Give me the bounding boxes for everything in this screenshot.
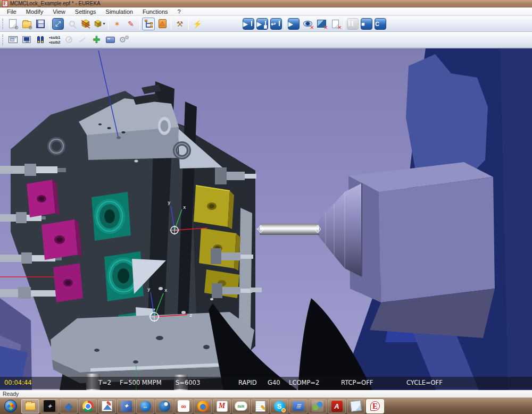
toolbar-grip[interactable] [2,19,4,29]
stop-button[interactable]: ■ [360,18,373,30]
continue-button[interactable]: C [374,18,387,30]
simulation-hud: 00:04:44 T=2 F=500 MMPM S=6003 RAPID G40… [0,377,532,389]
cube-section-icon [81,19,90,29]
move-arrows-icon: ✚ [93,34,100,45]
menu-help[interactable]: ? [173,9,186,15]
firefox-button[interactable] [194,399,212,413]
jog-move-button[interactable]: ✚ [90,33,103,46]
menu-modify[interactable]: Modify [21,9,48,15]
m-letter-icon: M [217,401,228,412]
connectors-button[interactable] [34,33,47,46]
eureka-button[interactable]: E [366,399,384,413]
hud-cycle: CYCLE=OFF [406,379,443,386]
toolbar-main: ⚙ ⚙ ⤢ ▾ ✶ ✎ ⚠ [0,16,532,32]
save-floppy-icon [36,20,45,28]
menu-simulation[interactable]: Simulation [101,9,138,15]
teamviewer-button[interactable]: ↔ [136,399,154,413]
warning-icon: ⚠ [160,21,165,27]
preferences-button[interactable]: ⚙⚙ [118,33,130,46]
rhino-app-button[interactable]: ✦ [40,399,59,413]
explorer-button[interactable] [21,399,39,413]
step-end-button[interactable]: ↩ [270,18,282,30]
chrome-icon [82,401,94,412]
mdi-terminal-button[interactable] [104,33,117,46]
tree-diagram-icon [145,20,153,28]
virtualbox-button[interactable]: ◆ [60,399,78,413]
program-tree-button[interactable] [142,18,155,30]
eureka-logo-icon: E [370,401,380,411]
stop-icon: ■ [361,18,372,30]
step-tool-button[interactable]: ▶ [256,18,269,30]
hud-motion: RAPID [238,379,257,386]
panels-button[interactable] [6,33,19,46]
menu-functions[interactable]: Functions [138,9,173,15]
people-icon [312,400,323,412]
title-bar[interactable]: E MCMCLock_Example.epf * - EUREKA [0,0,532,7]
messenger-button[interactable] [309,399,327,413]
iso-view-button[interactable]: ▾ [93,18,106,30]
gtalk-button[interactable]: talk [232,399,250,413]
red-x-icon: × [323,24,328,30]
hud-speed: S=6003 [176,379,200,386]
collision-check-button[interactable]: ✶ [111,18,123,30]
sub1-label[interactable]: •sub1 [49,35,60,40]
collision-burst-icon: ✶ [114,20,120,28]
skype-button[interactable]: S [270,399,288,413]
chrome-button[interactable] [79,399,97,413]
pause-icon [347,18,359,30]
fit-view-button[interactable]: ⤢ [52,18,64,30]
mobility-center-button[interactable]: ☰ [289,399,307,413]
status-bar: Ready [0,390,532,398]
app-logo-icon: E [2,1,8,7]
magnifier-icon [69,21,75,27]
acrobat-button[interactable]: A [328,399,346,413]
cad-app-button[interactable]: ✦ [117,399,135,413]
menu-view[interactable]: View [48,9,70,15]
hud-lcomp: LCOMP=2 [289,379,319,386]
new-file-button[interactable]: ⚙ [6,18,19,30]
hide-machine-button[interactable]: × [315,18,328,30]
cad-tool-icon: ✦ [44,400,55,412]
play-button[interactable]: ▶ [287,18,300,30]
axis-z-label: z [189,312,192,318]
alarms-report-button[interactable]: ⚠ [156,18,169,30]
step-tool-icon: ▶ [256,18,268,30]
axis-y-label: y [147,286,151,292]
chevron-down-icon[interactable]: ▾ [103,21,105,26]
tools-manager-button[interactable]: ⚒ [173,18,186,30]
plug-icon [41,36,44,43]
menu-settings[interactable]: Settings [70,9,101,15]
section-view-button[interactable] [79,18,92,30]
open-file-button[interactable]: ⚙ [20,18,33,30]
hide-stock-button[interactable]: × [329,18,342,30]
toolbar-separator [108,18,109,30]
hammer-icon: ⚒ [177,20,184,28]
menu-file[interactable]: File [2,9,21,15]
pencil-icon: ✎ [128,20,134,28]
folder-icon [25,402,36,410]
links-app-button[interactable]: ∞ [174,399,193,413]
toolbar-grip[interactable] [2,35,4,45]
settings-sliders-icon: ☰ [293,401,304,411]
edit-path-button[interactable]: ✎ [124,18,137,30]
dial-needle-icon [79,37,86,43]
sticky-notes-button[interactable] [347,399,365,413]
step-block-button[interactable]: ▶ [242,18,255,30]
hide-tool-button[interactable]: × [301,18,314,30]
taskbar: ✦ ◆ ✎ ✦ ↔ ∞ M talk ✎ S ☰ A E [0,398,532,414]
notes-editor-button[interactable]: ✎ [251,399,269,413]
save-button[interactable] [34,18,47,30]
step-block-icon: ▶ [243,18,254,30]
zoom-button [65,18,78,30]
sub2-label[interactable]: •sub2 [49,40,60,45]
image-editor-button[interactable]: ✎ [98,399,116,413]
start-button[interactable] [1,399,20,413]
power-run-button[interactable]: ⚡ [191,18,204,30]
red-x-icon: × [310,24,314,30]
thunderbird-button[interactable] [155,399,173,413]
viewport-3d[interactable]: y x y x z 00:04:44 T=2 F=500 MMPM S=6003 [0,48,532,390]
subprogram-toggle[interactable]: •sub1 •sub2 [49,35,60,45]
toolbar-separator [344,18,344,30]
m-app-button[interactable]: M [213,399,231,413]
nc-monitor-button[interactable] [20,33,33,46]
